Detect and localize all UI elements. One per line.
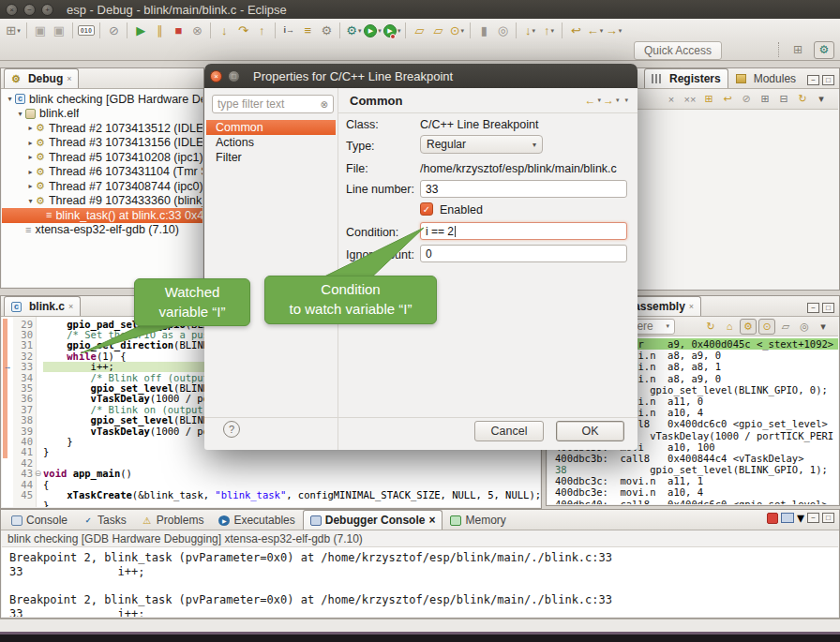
- add-register-group-icon[interactable]: ⊞: [700, 91, 717, 107]
- tab-registers[interactable]: Registers: [644, 68, 728, 88]
- tab-console[interactable]: Console: [4, 510, 75, 530]
- debug-tree-row[interactable]: ▾blink.elf: [2, 107, 202, 122]
- view-menu-chevron[interactable]: ▾: [813, 91, 830, 107]
- debug-tree-row[interactable]: ▸⚙Thread #3 1073413156 (IDLE) (Suspended…: [2, 136, 202, 151]
- remove-selected-icon[interactable]: ×: [663, 91, 680, 107]
- tree-expander-icon[interactable]: ▸: [25, 182, 36, 190]
- close-icon[interactable]: ×: [68, 302, 73, 311]
- external-tools-button[interactable]: ▶▾: [383, 22, 401, 40]
- new-wizard-button[interactable]: ⊞▾: [5, 22, 22, 40]
- close-icon[interactable]: ×: [689, 302, 694, 311]
- debug-tree-row[interactable]: ▾cblink checking [GDB Hardware Debugging…: [2, 92, 202, 107]
- refresh-view-icon[interactable]: ↻: [702, 319, 719, 335]
- tree-expander-icon[interactable]: ▸: [25, 124, 36, 132]
- close-icon[interactable]: ×: [428, 514, 435, 527]
- tree-expander-icon[interactable]: ▾: [25, 197, 36, 205]
- debug-tree-row[interactable]: ▸⚙Thread #6 1073431104 (Tmr Svc) (Suspen…: [2, 165, 202, 180]
- debug-button[interactable]: ⚙▾: [345, 22, 362, 40]
- type-dropdown[interactable]: Regular ▾: [420, 135, 543, 154]
- tab-debugger-console[interactable]: Debugger Console×: [303, 510, 443, 530]
- view-menu-chevron[interactable]: ▾: [815, 319, 832, 335]
- binary-file-button[interactable]: 010: [78, 22, 95, 40]
- dialog-nav-filter[interactable]: Filter: [206, 150, 336, 165]
- debug-tree-row[interactable]: ▸⚙Thread #5 1073410208 (ipc1) (Suspended…: [2, 150, 202, 165]
- sync-with-pc-icon[interactable]: ⚙: [740, 319, 757, 335]
- maximize-icon[interactable]: □: [822, 303, 834, 313]
- cancel-button[interactable]: Cancel: [474, 421, 544, 441]
- dialog-restore-button[interactable]: □: [228, 70, 240, 82]
- tree-expander-icon[interactable]: ▸: [25, 139, 36, 147]
- close-icon[interactable]: ×: [67, 74, 71, 83]
- quick-access-button[interactable]: Quick Access: [634, 41, 722, 60]
- resume-button[interactable]: ▶: [132, 22, 149, 40]
- clear-filter-icon[interactable]: ⊗: [321, 99, 328, 110]
- help-button[interactable]: ?: [223, 421, 240, 438]
- step-over-button[interactable]: ↷: [234, 22, 251, 40]
- line-number-field[interactable]: 33: [420, 180, 627, 198]
- back-icon[interactable]: ←: [584, 94, 595, 107]
- link-editor-button[interactable]: ◎: [494, 22, 511, 40]
- tree-expander-icon[interactable]: ▸: [25, 153, 36, 161]
- tab-tasks[interactable]: ✓Tasks: [75, 510, 134, 530]
- window-minimize-button[interactable]: −: [23, 4, 36, 16]
- suspend-button[interactable]: ∥: [151, 22, 168, 40]
- view-menu-icon[interactable]: ▾: [624, 97, 628, 104]
- tree-expander-icon[interactable]: ▾: [15, 110, 25, 118]
- dialog-nav-actions[interactable]: Actions: [206, 135, 336, 150]
- skip-all-breakpoints-button[interactable]: ⊘: [105, 22, 122, 40]
- run-button[interactable]: ▶▾: [364, 22, 382, 40]
- open-new-view-icon[interactable]: ▱: [777, 319, 794, 335]
- window-maximize-button[interactable]: +: [41, 4, 53, 16]
- chevron-down-icon[interactable]: ▾: [797, 509, 804, 527]
- pointer-disabled-icon[interactable]: ⊘: [738, 91, 755, 107]
- debug-tree-row[interactable]: ▾⚙Thread #9 1073433360 (blink_task : Sus…: [2, 194, 202, 209]
- remove-all-icon[interactable]: ××: [682, 91, 698, 107]
- dialog-close-button[interactable]: ×: [210, 70, 222, 82]
- collapse-all-icon[interactable]: ⊟: [775, 91, 792, 107]
- disconnect-button[interactable]: ⊗: [188, 22, 205, 40]
- maximize-icon[interactable]: □: [822, 513, 834, 523]
- debug-tree-row[interactable]: ▸⚙Thread #7 1073408744 (ipc0) (Suspended…: [2, 179, 202, 194]
- ok-button[interactable]: OK: [556, 421, 624, 441]
- step-return-button[interactable]: ↑: [253, 22, 270, 40]
- save-all-button[interactable]: ▣: [51, 22, 68, 40]
- last-edit-location-button[interactable]: ↩: [567, 22, 584, 40]
- new-folder-button[interactable]: ▱: [411, 22, 428, 40]
- stop-button[interactable]: [767, 513, 778, 524]
- tab-problems[interactable]: ⚠Problems: [134, 510, 212, 530]
- open-perspective-button[interactable]: ⊞: [788, 41, 808, 59]
- home-icon[interactable]: ⌂: [721, 319, 738, 335]
- tree-expander-icon[interactable]: ▾: [5, 95, 15, 103]
- debug-tree-row[interactable]: ▸⚙Thread #2 1073413512 (IDLE : Running): [2, 121, 202, 136]
- step-into-button[interactable]: ↓: [216, 22, 232, 40]
- restore-default-icon[interactable]: ↩: [719, 91, 736, 107]
- link-with-debug-context-icon[interactable]: ⊙: [758, 319, 775, 335]
- dialog-nav-common[interactable]: Common: [206, 120, 336, 135]
- previous-annotation-button[interactable]: ↑▾: [540, 22, 557, 40]
- show-console-button[interactable]: ≡: [299, 22, 316, 40]
- tab-blink-c[interactable]: c blink.c ×: [4, 296, 81, 316]
- instruction-stepping-button[interactable]: i→: [280, 22, 297, 40]
- search-button[interactable]: ⊙▾: [448, 22, 465, 40]
- ignore-count-field[interactable]: 0: [420, 245, 627, 262]
- window-close-button[interactable]: ×: [6, 4, 18, 16]
- forward-button[interactable]: →▾: [605, 22, 622, 40]
- tab-modules[interactable]: Modules: [728, 68, 803, 88]
- minimize-icon[interactable]: −: [807, 513, 819, 523]
- maximize-icon[interactable]: □: [822, 75, 834, 85]
- debug-perspective-button[interactable]: ⚙: [814, 41, 834, 59]
- pin-view-icon[interactable]: ◎: [796, 319, 813, 335]
- back-button[interactable]: ←▾: [586, 22, 603, 40]
- console-output[interactable]: Breakpoint 2, blink_task (pvParameter=0x…: [2, 547, 838, 617]
- minimize-icon[interactable]: −: [807, 303, 819, 313]
- refresh-icon[interactable]: ↻: [794, 91, 811, 107]
- tree-expander-icon[interactable]: ▸: [25, 168, 36, 176]
- forward-icon[interactable]: →: [603, 94, 614, 107]
- open-folder-button[interactable]: ▱: [429, 22, 446, 40]
- condition-field[interactable]: i == 2: [420, 222, 627, 240]
- tab-debug[interactable]: ⚙ Debug ×: [4, 68, 79, 88]
- save-button[interactable]: ▣: [32, 22, 49, 40]
- display-selected-console-button[interactable]: [781, 513, 794, 523]
- tab-executables[interactable]: ▶Executables: [211, 510, 302, 530]
- tab-memory[interactable]: Memory: [442, 510, 513, 530]
